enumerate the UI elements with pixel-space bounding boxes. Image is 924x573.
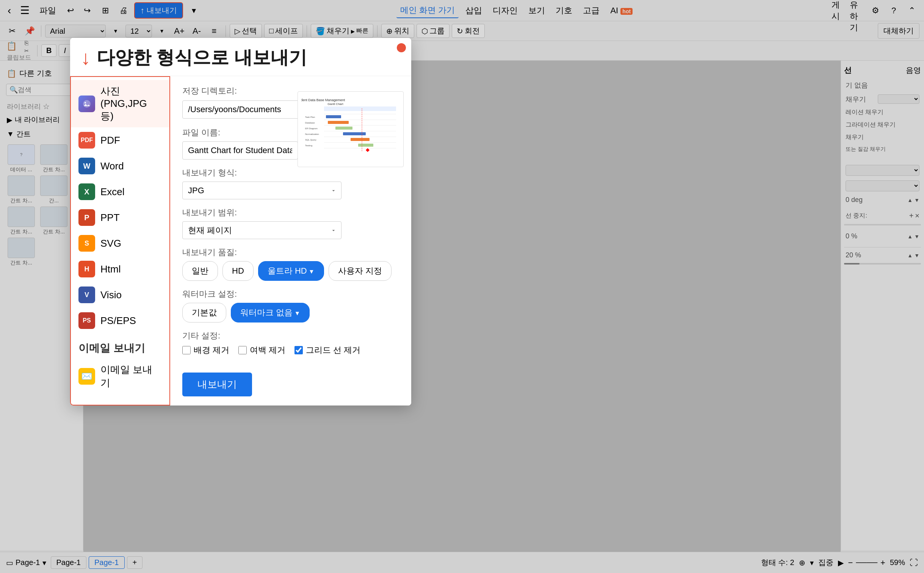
format-html-item[interactable]: H Html: [71, 256, 169, 282]
pseps-format-label: PS/EPS: [100, 315, 136, 327]
svg-text:Testing: Testing: [305, 144, 312, 147]
excel-format-label: Excel: [100, 186, 125, 198]
visio-format-label: Visio: [100, 289, 122, 301]
quality-label: 내보내기 품질:: [182, 247, 399, 258]
email-send-item[interactable]: ✉️ 이메일 보내기: [71, 359, 169, 394]
svg-rect-23: [343, 132, 366, 135]
svg-point-0: [83, 100, 91, 108]
quality-buttons: 일반 HD 울트라 HD 사용자 지정: [182, 261, 399, 281]
wm-default-btn[interactable]: 기본값: [182, 303, 226, 323]
svg-rect-21: [328, 121, 349, 124]
photo-format-icon: [78, 96, 95, 112]
export-range-select[interactable]: 현재 페이지 전체 페이지 선택 영역: [182, 221, 341, 239]
svg-rect-13: [324, 106, 396, 111]
html-format-label: Html: [100, 263, 121, 275]
word-format-icon: W: [78, 158, 95, 174]
visio-format-icon: V: [78, 286, 95, 303]
excel-format-icon: X: [78, 183, 95, 200]
svg-text:ER Diagram: ER Diagram: [305, 127, 318, 130]
wm-none-btn[interactable]: 워터마크 없음: [231, 303, 310, 323]
dialog-header: ↓ 다양한 형식으로 내보내기: [70, 38, 411, 76]
bg-remove-checkbox[interactable]: [182, 346, 191, 354]
svg-text:Gantt Chart: Gantt Chart: [327, 102, 343, 106]
dialog-title: 다양한 형식으로 내보내기: [97, 45, 307, 70]
word-format-label: Word: [100, 160, 124, 172]
export-format-select[interactable]: JPG PNG BMP TIFF GIF: [182, 182, 341, 199]
ppt-format-label: PPT: [100, 212, 120, 224]
quality-normal-btn[interactable]: 일반: [182, 261, 218, 281]
watermark-row: 워터마크 설정: 기본값 워터마크 없음: [182, 288, 399, 323]
filename-input[interactable]: [182, 141, 298, 160]
svg-rect-25: [358, 144, 373, 147]
dialog-form-area: Student Data Base Management Gantt Chart…: [170, 76, 411, 405]
grid-remove-label: 그리드 선 제거: [306, 344, 360, 356]
margin-remove-label: 여백 제거: [250, 344, 285, 356]
export-range-label: 내보내기 범위:: [182, 207, 399, 218]
format-visio-item[interactable]: V Visio: [71, 282, 169, 308]
export-format-label: 내보내기 형식:: [182, 167, 399, 178]
svg-rect-22: [335, 127, 352, 130]
svg-text:SQL Query: SQL Query: [305, 139, 316, 141]
format-svg-item[interactable]: S SVG: [71, 230, 169, 256]
svg-point-1: [85, 102, 86, 103]
format-excel-item[interactable]: X Excel: [71, 179, 169, 205]
format-list: 사진(PNG,JPG 등) PDF PDF W Word X Excel: [71, 77, 169, 397]
format-ppt-item[interactable]: P PPT: [71, 205, 169, 230]
quality-ultra-btn[interactable]: 울트라 HD: [258, 261, 324, 281]
email-send-label: 이메일 보내기: [100, 363, 162, 390]
margin-remove-checkbox[interactable]: [238, 346, 247, 354]
pdf-format-label: PDF: [100, 135, 120, 146]
margin-remove-row: 여백 제거: [238, 344, 285, 356]
svg-text:Database: Database: [305, 122, 315, 124]
grid-remove-row: 그리드 선 제거: [294, 344, 360, 356]
export-dialog: ↓ 다양한 형식으로 내보내기 사진(PNG,JPG 등) PDF PDF: [70, 38, 411, 405]
html-format-icon: H: [78, 261, 95, 277]
svg-format-icon: S: [78, 235, 95, 252]
dialog-arrow-icon: ↓: [81, 48, 91, 67]
grid-remove-checkbox[interactable]: [294, 346, 303, 354]
bg-remove-row: 배경 제거: [182, 344, 229, 356]
format-pdf-item[interactable]: PDF PDF: [71, 127, 169, 153]
other-checkboxes: 배경 제거 여백 제거 그리드 선 제거: [182, 344, 399, 356]
photo-format-label: 사진(PNG,JPG 등): [100, 85, 162, 123]
svg-rect-20: [326, 115, 341, 118]
email-section-title: 이메일 보내기: [71, 333, 169, 359]
svg-format-label: SVG: [100, 238, 121, 249]
bg-remove-label: 배경 제거: [194, 344, 229, 356]
svg-text:Task Plan: Task Plan: [305, 116, 315, 118]
format-word-item[interactable]: W Word: [71, 153, 169, 179]
format-photo-item[interactable]: 사진(PNG,JPG 등): [71, 80, 169, 127]
dialog-close-btn[interactable]: [397, 43, 406, 52]
email-icon: ✉️: [78, 368, 95, 385]
pseps-format-icon: PS: [78, 312, 95, 329]
watermark-buttons: 기본값 워터마크 없음: [182, 303, 399, 323]
preview-area: Student Data Base Management Gantt Chart…: [298, 91, 404, 167]
format-pseps-item[interactable]: PS PS/EPS: [71, 308, 169, 333]
format-list-panel: 사진(PNG,JPG 등) PDF PDF W Word X Excel: [70, 76, 170, 405]
svg-rect-24: [351, 138, 370, 141]
export-format-row: 내보내기 형식: JPG PNG BMP TIFF GIF: [182, 167, 399, 199]
svg-text:Normalization: Normalization: [305, 133, 319, 135]
watermark-label: 워터마크 설정:: [182, 288, 399, 300]
pdf-format-icon: PDF: [78, 132, 95, 149]
other-settings-label: 기타 설정:: [182, 330, 399, 341]
quality-custom-btn[interactable]: 사용자 지정: [329, 261, 392, 281]
ppt-format-icon: P: [78, 209, 95, 226]
export-range-row: 내보내기 범위: 현재 페이지 전체 페이지 선택 영역: [182, 207, 399, 239]
export-quality-row: 내보내기 품질: 일반 HD 울트라 HD 사용자 지정: [182, 247, 399, 281]
dialog-body: 사진(PNG,JPG 등) PDF PDF W Word X Excel: [70, 76, 411, 405]
svg-text:Student Data Base Management: Student Data Base Management: [301, 98, 345, 102]
quality-hd-btn[interactable]: HD: [222, 261, 254, 281]
other-settings-row: 기타 설정: 배경 제거 여백 제거 그리드 선 제거: [182, 330, 399, 356]
export-action-btn[interactable]: 내보내기: [182, 373, 252, 396]
